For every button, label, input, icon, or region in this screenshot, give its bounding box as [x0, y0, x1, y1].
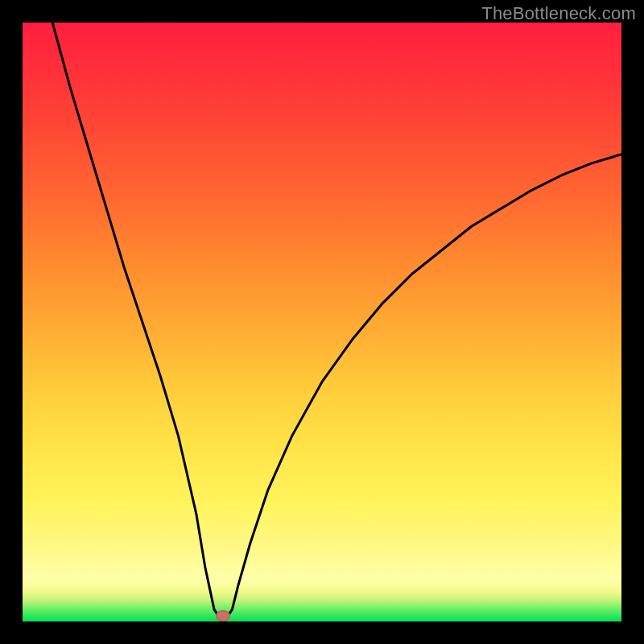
optimal-point-marker	[216, 610, 230, 621]
watermark-text: TheBottleneck.com	[481, 3, 636, 24]
gradient-background	[23, 23, 621, 621]
chart-stage: TheBottleneck.com	[0, 0, 644, 644]
plot-area	[23, 23, 621, 621]
